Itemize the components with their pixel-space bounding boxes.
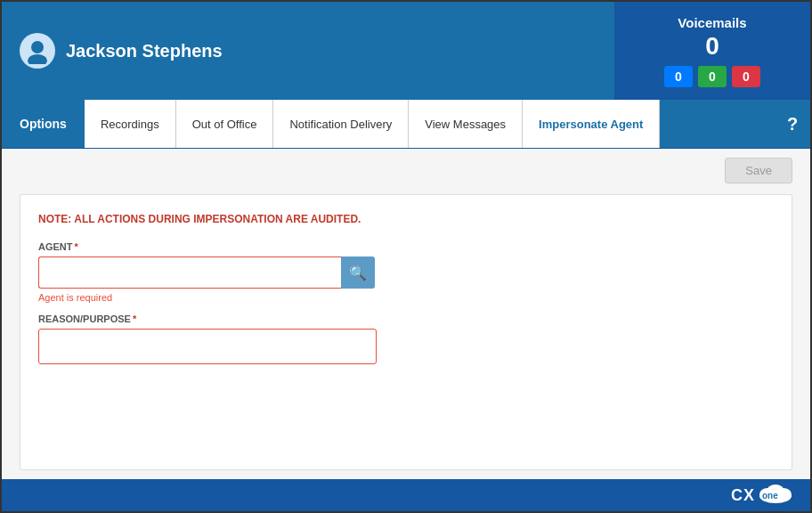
badge-green[interactable]: 0 xyxy=(698,66,727,87)
user-name: Jackson Stephens xyxy=(66,41,223,61)
content-area: NOTE: ALL ACTIONS DURING IMPERSONATION A… xyxy=(20,194,792,470)
header-left: Jackson Stephens xyxy=(2,2,614,100)
agent-field-label: AGENT* xyxy=(38,241,774,252)
voicemail-badges: 0 0 0 xyxy=(664,66,760,87)
search-button[interactable]: 🔍 xyxy=(341,256,375,289)
tab-options-label: Options xyxy=(2,100,85,148)
agent-field-row: 🔍 xyxy=(38,256,774,289)
badge-blue[interactable]: 0 xyxy=(664,66,693,87)
one-cloud-svg: one xyxy=(755,484,796,503)
help-button[interactable]: ? xyxy=(775,100,810,148)
tab-impersonate-agent[interactable]: Impersonate Agent xyxy=(523,100,660,148)
agent-input[interactable] xyxy=(38,256,341,289)
save-button[interactable]: Save xyxy=(725,158,792,183)
voicemail-panel: Voicemails 0 0 0 0 xyxy=(614,2,810,100)
tab-notification-delivery[interactable]: Notification Delivery xyxy=(273,100,409,148)
tab-bar: Options Recordings Out of Office Notific… xyxy=(2,100,810,149)
tab-view-messages[interactable]: View Messages xyxy=(409,100,523,148)
footer: CX one xyxy=(2,479,810,511)
audit-note: NOTE: ALL ACTIONS DURING IMPERSONATION A… xyxy=(38,213,774,225)
voicemails-count: 0 xyxy=(705,34,719,59)
cxone-logo: CX one xyxy=(731,484,796,507)
main-content: Save NOTE: ALL ACTIONS DURING IMPERSONAT… xyxy=(2,149,810,479)
tab-spacer xyxy=(660,100,775,148)
search-icon: 🔍 xyxy=(349,265,367,281)
agent-error: Agent is required xyxy=(38,292,774,303)
tab-out-of-office[interactable]: Out of Office xyxy=(176,100,274,148)
reason-field-label: REASON/PURPOSE* xyxy=(38,314,774,324)
avatar xyxy=(20,33,55,69)
badge-red[interactable]: 0 xyxy=(732,66,760,87)
save-row: Save xyxy=(20,158,792,183)
cx-text: CX xyxy=(731,486,755,505)
reason-input[interactable] xyxy=(38,329,377,364)
svg-text:one: one xyxy=(762,491,778,501)
header: Jackson Stephens Voicemails 0 0 0 0 xyxy=(2,2,810,100)
svg-point-0 xyxy=(31,41,44,53)
voicemails-title: Voicemails xyxy=(678,15,746,30)
tab-recordings[interactable]: Recordings xyxy=(85,100,176,148)
help-icon: ? xyxy=(787,114,798,134)
svg-point-1 xyxy=(28,54,47,64)
